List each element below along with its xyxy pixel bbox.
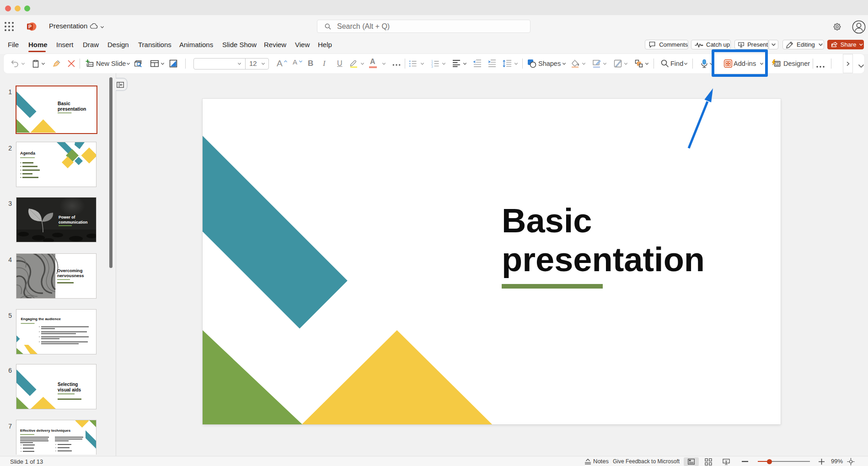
svg-text:P: P: [28, 24, 32, 29]
svg-text:Overcoming: Overcoming: [57, 268, 83, 273]
svg-text:Selecting: Selecting: [58, 382, 78, 387]
svg-text:Agenda: Agenda: [20, 151, 36, 155]
svg-text:communication: communication: [59, 220, 88, 225]
svg-text:visual aids: visual aids: [58, 387, 81, 392]
svg-text:Basic: Basic: [58, 101, 70, 106]
svg-text:Effective delivery techniques: Effective delivery techniques: [20, 429, 71, 433]
svg-text:presentation: presentation: [58, 107, 86, 112]
svg-text:Power of: Power of: [59, 215, 75, 220]
svg-text:Engaging the audience: Engaging the audience: [21, 317, 61, 321]
svg-text:3: 3: [431, 65, 433, 68]
svg-text:nervousness: nervousness: [57, 273, 84, 278]
